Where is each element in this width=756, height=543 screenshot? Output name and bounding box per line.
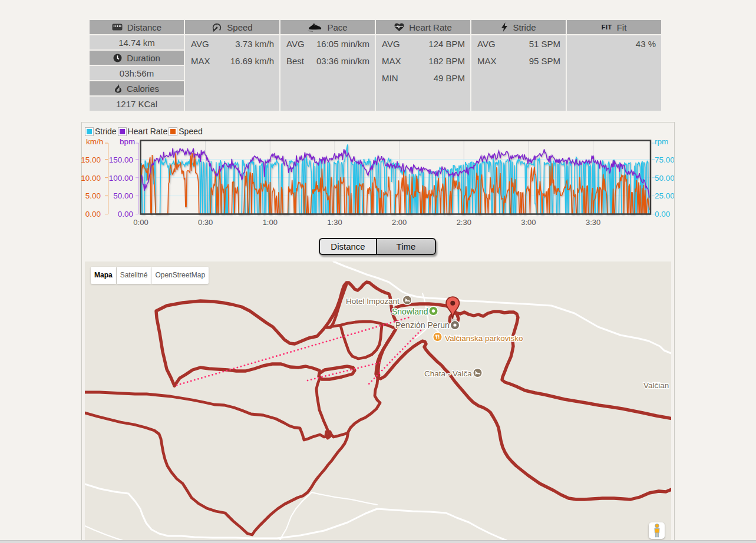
svg-text:Valčianska parkovisko: Valčianska parkovisko <box>445 334 523 343</box>
svg-text:1:00: 1:00 <box>263 218 278 227</box>
svg-text:50.00: 50.00 <box>655 174 674 183</box>
svg-text:0:00: 0:00 <box>133 218 148 227</box>
svg-text:0.00: 0.00 <box>118 210 133 218</box>
svg-text:25.00: 25.00 <box>655 191 674 200</box>
svg-text:km/h: km/h <box>86 137 103 146</box>
svg-text:10.00: 10.00 <box>81 174 101 183</box>
svg-text:Valčian: Valčian <box>643 381 669 390</box>
svg-text:150.00: 150.00 <box>109 155 133 164</box>
svg-text:Penzión Perun: Penzión Perun <box>395 320 450 330</box>
svg-text:Snowland: Snowland <box>392 307 428 316</box>
svg-text:2:00: 2:00 <box>392 218 407 227</box>
svg-text:Chata - Valča: Chata - Valča <box>424 369 472 378</box>
svg-text:5.00: 5.00 <box>85 191 101 200</box>
svg-text:15.00: 15.00 <box>81 155 101 164</box>
svg-text:3:00: 3:00 <box>521 218 536 227</box>
svg-text:50.00: 50.00 <box>113 191 133 200</box>
svg-text:2:30: 2:30 <box>457 218 471 227</box>
svg-text:1:30: 1:30 <box>327 218 342 227</box>
svg-text:0.00: 0.00 <box>85 210 101 218</box>
svg-text:3:30: 3:30 <box>586 218 600 227</box>
svg-text:bpm: bpm <box>120 137 135 146</box>
svg-text:Hotel Impozant: Hotel Impozant <box>346 297 400 306</box>
svg-text:75.00: 75.00 <box>655 155 674 164</box>
svg-text:0:30: 0:30 <box>198 218 213 227</box>
svg-text:rpm: rpm <box>655 137 668 146</box>
svg-text:0.00: 0.00 <box>655 210 670 218</box>
svg-text:100.00: 100.00 <box>109 174 133 183</box>
